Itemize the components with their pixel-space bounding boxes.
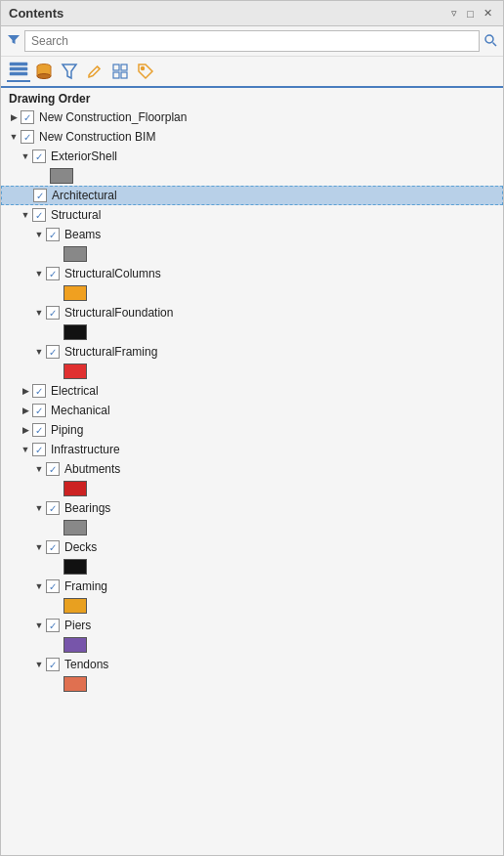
toolbar-cylinder-button[interactable] bbox=[32, 61, 56, 82]
checkbox-bim[interactable] bbox=[21, 130, 34, 144]
tree-item-infrastructure[interactable]: Infrastructure bbox=[1, 440, 503, 459]
tree-item-structuralframing[interactable]: StructuralFraming bbox=[1, 342, 503, 362]
swatch-piers[interactable] bbox=[63, 637, 87, 653]
arrow-decks[interactable] bbox=[32, 542, 46, 552]
swatch-tendons[interactable] bbox=[63, 676, 87, 692]
swatch-framing[interactable] bbox=[63, 598, 87, 614]
checkbox-architectural[interactable] bbox=[33, 189, 47, 202]
arrow-beams[interactable] bbox=[32, 230, 46, 239]
tree-item-floorplan[interactable]: New Construction_Floorplan bbox=[1, 107, 503, 127]
checkbox-tendons[interactable] bbox=[46, 658, 60, 671]
arrow-framing[interactable] bbox=[32, 581, 46, 591]
tree-item-decks[interactable]: Decks bbox=[1, 537, 503, 557]
tree-item-mechanical[interactable]: Mechanical bbox=[1, 401, 503, 420]
tree-item-abutments[interactable]: Abutments bbox=[1, 459, 503, 479]
minimize-button[interactable]: ▿ bbox=[448, 6, 460, 21]
filter-icon[interactable] bbox=[7, 33, 21, 50]
toolbar-grid-button[interactable] bbox=[108, 61, 132, 82]
tree-item-framing[interactable]: Framing bbox=[1, 577, 503, 596]
arrow-mechanical[interactable] bbox=[19, 406, 32, 415]
checkbox-structuralframing[interactable] bbox=[46, 345, 60, 359]
label-architectural: Architectural bbox=[52, 189, 117, 202]
tree-container[interactable]: New Construction_Floorplan New Construct… bbox=[1, 107, 503, 855]
swatch-structuralcolumns[interactable] bbox=[63, 285, 87, 301]
checkbox-abutments[interactable] bbox=[46, 462, 60, 476]
label-structural: Structural bbox=[51, 208, 101, 222]
svg-rect-6 bbox=[37, 66, 51, 76]
checkbox-floorplan[interactable] bbox=[21, 110, 34, 124]
search-icon[interactable] bbox=[483, 33, 497, 50]
tree-item-architectural[interactable]: Architectural bbox=[1, 186, 503, 205]
checkbox-piers[interactable] bbox=[46, 619, 60, 632]
arrow-structuralfoundation[interactable] bbox=[32, 308, 46, 318]
tree-item-structuralcolumns[interactable]: StructuralColumns bbox=[1, 264, 503, 283]
label-bearings: Bearings bbox=[64, 501, 110, 515]
arrow-piers[interactable] bbox=[32, 621, 46, 630]
tree-item-piers-swatch[interactable] bbox=[1, 635, 503, 655]
tree-item-bim[interactable]: New Construction BIM bbox=[1, 127, 503, 147]
checkbox-bearings[interactable] bbox=[46, 501, 60, 515]
tree-item-tendons-swatch[interactable] bbox=[1, 674, 503, 694]
tree-item-decks-swatch[interactable] bbox=[1, 557, 503, 577]
swatch-structuralframing[interactable] bbox=[63, 364, 87, 379]
swatch-bearings[interactable] bbox=[63, 520, 87, 535]
tree-item-framing-swatch[interactable] bbox=[1, 596, 503, 616]
swatch-decks[interactable] bbox=[63, 559, 87, 575]
checkbox-structural[interactable] bbox=[32, 208, 46, 222]
swatch-abutments[interactable] bbox=[63, 481, 87, 496]
toolbar-filter-button[interactable] bbox=[58, 61, 81, 82]
close-button[interactable]: ✕ bbox=[481, 6, 495, 21]
svg-rect-13 bbox=[121, 64, 127, 70]
tree-item-abutments-swatch[interactable] bbox=[1, 479, 503, 498]
arrow-structural[interactable] bbox=[19, 210, 32, 220]
swatch-beams[interactable] bbox=[63, 246, 87, 262]
svg-rect-2 bbox=[10, 63, 27, 65]
arrow-electrical[interactable] bbox=[19, 386, 32, 396]
swatch-exterior[interactable] bbox=[50, 168, 73, 184]
tree-item-structuralcolumns-swatch[interactable] bbox=[1, 283, 503, 303]
tree-item-electrical[interactable]: Electrical bbox=[1, 381, 503, 401]
checkbox-mechanical[interactable] bbox=[32, 404, 46, 417]
toolbar-layers-button[interactable] bbox=[7, 61, 30, 82]
checkbox-exterior[interactable] bbox=[32, 150, 46, 163]
checkbox-piping[interactable] bbox=[32, 423, 46, 437]
toolbar-pencil-button[interactable] bbox=[83, 61, 106, 82]
checkbox-infrastructure[interactable] bbox=[32, 443, 46, 456]
checkbox-framing[interactable] bbox=[46, 579, 60, 593]
tree-item-exterior[interactable]: ExteriorShell bbox=[1, 147, 503, 166]
tree-item-beams-swatch[interactable] bbox=[1, 244, 503, 264]
checkbox-structuralcolumns[interactable] bbox=[46, 267, 60, 280]
arrow-structuralcolumns[interactable] bbox=[32, 269, 46, 278]
checkbox-electrical[interactable] bbox=[32, 384, 46, 398]
tree-item-tendons[interactable]: Tendons bbox=[1, 655, 503, 674]
tree-item-exterior-swatch[interactable] bbox=[1, 166, 503, 186]
tree-item-structuralframing-swatch[interactable] bbox=[1, 362, 503, 381]
search-input[interactable] bbox=[24, 30, 480, 52]
swatch-structuralfoundation[interactable] bbox=[63, 324, 87, 340]
tree-item-structural[interactable]: Structural bbox=[1, 205, 503, 225]
tree-item-bearings[interactable]: Bearings bbox=[1, 498, 503, 518]
checkbox-structuralfoundation[interactable] bbox=[46, 306, 60, 320]
arrow-bim[interactable] bbox=[7, 132, 21, 142]
arrow-floorplan[interactable] bbox=[7, 112, 21, 122]
label-abutments: Abutments bbox=[64, 462, 120, 476]
tree-item-structuralfoundation[interactable]: StructuralFoundation bbox=[1, 303, 503, 322]
checkbox-decks[interactable] bbox=[46, 540, 60, 554]
label-framing: Framing bbox=[64, 579, 107, 593]
svg-point-0 bbox=[485, 35, 493, 43]
tree-item-piers[interactable]: Piers bbox=[1, 616, 503, 635]
restore-button[interactable]: □ bbox=[464, 7, 477, 21]
tree-item-bearings-swatch[interactable] bbox=[1, 518, 503, 537]
arrow-piping[interactable] bbox=[19, 425, 32, 435]
toolbar-tag-button[interactable] bbox=[134, 61, 157, 82]
arrow-infrastructure[interactable] bbox=[19, 445, 32, 454]
arrow-tendons[interactable] bbox=[32, 660, 46, 669]
arrow-exterior[interactable] bbox=[19, 151, 32, 161]
arrow-abutments[interactable] bbox=[32, 464, 46, 474]
tree-item-structuralfoundation-swatch[interactable] bbox=[1, 322, 503, 342]
checkbox-beams[interactable] bbox=[46, 228, 60, 241]
tree-item-piping[interactable]: Piping bbox=[1, 420, 503, 440]
arrow-bearings[interactable] bbox=[32, 503, 46, 513]
tree-item-beams[interactable]: Beams bbox=[1, 225, 503, 244]
arrow-structuralframing[interactable] bbox=[32, 347, 46, 357]
